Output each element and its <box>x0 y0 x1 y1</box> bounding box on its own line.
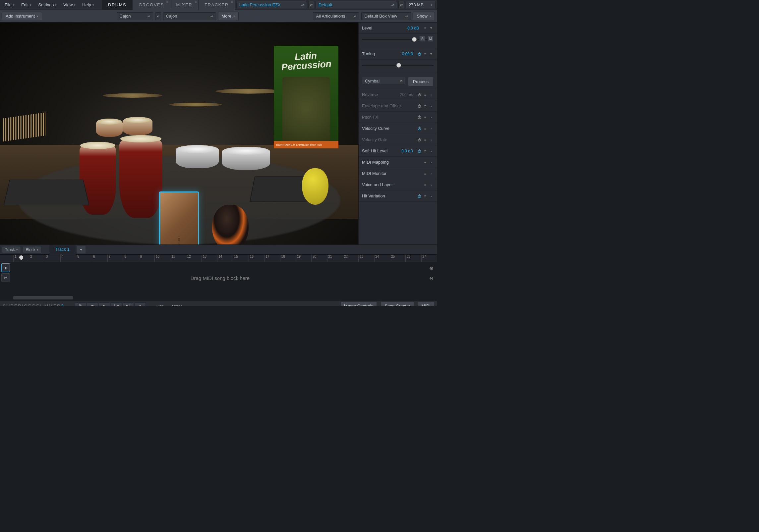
menu-icon[interactable]: ≡ <box>423 149 428 153</box>
tuning-value[interactable]: 0:00.0 <box>402 52 413 56</box>
chevron-right-icon[interactable]: › <box>429 160 434 165</box>
mute-button[interactable]: M <box>428 36 434 42</box>
menu-icon[interactable]: ≡ <box>423 171 428 176</box>
ruler-mark[interactable]: 4 <box>60 255 76 262</box>
ruler-mark[interactable]: 6 <box>92 255 107 262</box>
preset-selector[interactable]: Default▴▾ <box>316 1 397 9</box>
menu-edit[interactable]: Edit▾ <box>18 0 35 10</box>
tab-grooves[interactable]: GROOVES⧉ <box>133 0 170 10</box>
conga-2[interactable] <box>119 135 162 218</box>
power-icon[interactable]: ⏻ <box>417 115 422 120</box>
ruler-mark[interactable]: 24 <box>374 255 390 262</box>
level-value[interactable]: 0.0 dB <box>407 26 419 30</box>
chevron-right-icon[interactable]: › <box>429 171 434 176</box>
signature-label[interactable]: Sign. <box>156 304 165 306</box>
ruler-mark[interactable]: 9 <box>139 255 154 262</box>
hit-variation-row[interactable]: Hit Variation ⏻ ≡ › <box>359 190 437 202</box>
soft-hit-row[interactable]: Soft Hit Level 0.0 dB ⏻ ≡ › <box>359 145 437 157</box>
ruler-mark[interactable]: 26 <box>405 255 421 262</box>
more-button[interactable]: More▾ <box>218 12 239 21</box>
ruler-mark[interactable]: 15 <box>233 255 249 262</box>
track-tab-1[interactable]: Track 1 <box>49 245 76 255</box>
chevron-down-icon[interactable]: ▾ <box>429 52 434 56</box>
slider-thumb[interactable] <box>396 63 401 68</box>
ruler-mark[interactable]: 5 <box>76 255 91 262</box>
ruler-mark[interactable]: 8 <box>123 255 139 262</box>
shekere[interactable] <box>302 168 328 205</box>
ruler-mark[interactable]: 10 <box>154 255 170 262</box>
voice-layer-row[interactable]: Voice and Layer ≡ › <box>359 179 437 190</box>
memory-display[interactable]: 273 MB▾ <box>406 1 436 9</box>
menu-icon[interactable]: ≡ <box>423 52 428 56</box>
chevron-right-icon[interactable]: › <box>429 104 434 108</box>
chevron-right-icon[interactable]: › <box>429 115 434 120</box>
power-icon[interactable]: ⏻ <box>417 149 422 153</box>
midi-mapping-row[interactable]: MIDI Mapping ≡ › <box>359 157 437 168</box>
power-icon[interactable]: ⏻ <box>417 126 422 131</box>
library-selector[interactable]: Latin Percussion EZX▴▾ <box>236 1 307 9</box>
process-button[interactable]: Process <box>408 77 434 86</box>
ruler-mark[interactable]: 14 <box>217 255 233 262</box>
zoom-in-button[interactable]: ⊕ <box>428 265 435 272</box>
ruler-mark[interactable]: 13 <box>202 255 217 262</box>
ruler-mark[interactable]: 7 <box>107 255 123 262</box>
ruler-mark[interactable]: 20 <box>311 255 327 262</box>
ruler-mark[interactable]: 25 <box>390 255 405 262</box>
power-icon[interactable]: ⏻ <box>417 104 422 108</box>
midi-monitor-row[interactable]: MIDI Monitor ≡ › <box>359 168 437 179</box>
add-track-button[interactable]: + <box>77 246 86 253</box>
midi-button[interactable]: MIDI <box>418 301 434 306</box>
instrument-select-1[interactable]: Cajon▴▾ <box>117 12 153 20</box>
tab-mixer[interactable]: MIXER⧉ <box>170 0 199 10</box>
tuning-slider[interactable] <box>362 65 434 66</box>
menu-icon[interactable]: ≡ <box>423 160 428 165</box>
ruler-mark[interactable]: 2 <box>29 255 44 262</box>
bongo-2[interactable] <box>123 117 152 135</box>
library-stepper[interactable]: ▴▾ <box>308 1 314 9</box>
timeline-scrollbar[interactable] <box>13 296 73 299</box>
record-button[interactable]: ● <box>135 302 146 306</box>
articulations-selector[interactable]: All Articulations▴▾ <box>313 12 359 20</box>
menu-icon[interactable]: ≡ <box>423 26 428 30</box>
udu-drum[interactable] <box>212 205 249 244</box>
cymbal-1[interactable] <box>101 93 164 98</box>
add-instrument-button[interactable]: Add Instrument▾ <box>2 12 42 21</box>
chevron-right-icon[interactable]: › <box>429 92 434 97</box>
song-creator-button[interactable]: Song Creator <box>381 301 414 306</box>
ruler-mark[interactable]: 22 <box>343 255 358 262</box>
chevron-right-icon[interactable]: › <box>429 149 434 153</box>
tab-drums[interactable]: DRUMS <box>102 0 133 10</box>
pointer-tool[interactable]: ➤ <box>1 263 10 272</box>
menu-icon[interactable]: ≡ <box>423 115 428 120</box>
instrument-stepper-1[interactable]: ▴▾ <box>155 12 161 20</box>
loop-button[interactable]: ↻ <box>75 302 86 306</box>
block-menu-button[interactable]: Block▾ <box>23 246 41 253</box>
tab-tracker[interactable]: TRACKER⧉ <box>199 0 235 10</box>
power-icon[interactable]: ⏻ <box>417 194 422 198</box>
ruler-mark[interactable]: 3 <box>45 255 60 262</box>
pitchfx-row[interactable]: Pitch FX ⏻ ≡ › <box>359 112 437 123</box>
velocity-curve-row[interactable]: Velocity Curve ⏻ ≡ › <box>359 123 437 134</box>
chevron-right-icon[interactable]: › <box>429 194 434 198</box>
menu-icon[interactable]: ≡ <box>423 194 428 198</box>
slider-thumb[interactable] <box>412 37 417 42</box>
cymbal-2[interactable] <box>168 103 223 107</box>
ruler-mark[interactable]: 17 <box>264 255 280 262</box>
reverse-row[interactable]: Reverse 200 ms ⏻ ≡ › <box>359 89 437 100</box>
solo-button[interactable]: S <box>419 36 425 42</box>
chevron-right-icon[interactable]: › <box>429 137 434 142</box>
skip-fwd-button[interactable]: ▶| <box>123 302 134 306</box>
power-icon[interactable]: ⏻ <box>417 92 422 97</box>
ruler-mark[interactable]: 11 <box>170 255 186 262</box>
percussion-tray-left[interactable] <box>3 180 89 205</box>
bongo-1[interactable] <box>96 119 123 137</box>
ruler-mark[interactable]: 16 <box>249 255 264 262</box>
menu-settings[interactable]: Settings▾ <box>35 0 60 10</box>
timbale-2[interactable] <box>222 147 270 170</box>
menu-icon[interactable]: ≡ <box>423 137 428 142</box>
stop-button[interactable]: ■ <box>87 302 98 306</box>
ruler-mark[interactable]: 27 <box>421 255 437 262</box>
ruler-mark[interactable]: 23 <box>358 255 374 262</box>
menu-icon[interactable]: ≡ <box>423 104 428 108</box>
chevron-down-icon[interactable]: ▾ <box>429 26 434 30</box>
